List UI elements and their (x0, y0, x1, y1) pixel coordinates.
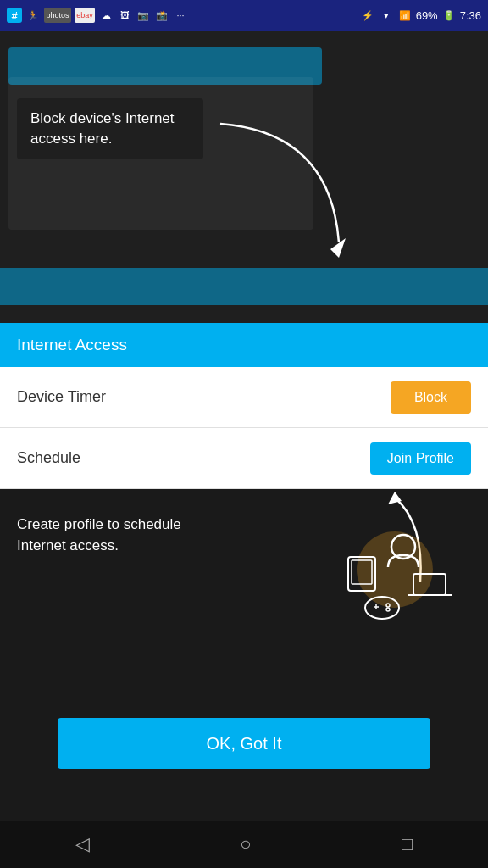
wifi-icon: ▾ (379, 8, 394, 23)
top-background-section: Block device's Internet access here. (0, 31, 488, 323)
run-icon: 🏃 (25, 8, 41, 23)
bottom-section: Create profile to schedule Internet acce… (0, 489, 488, 828)
svg-point-2 (357, 531, 433, 608)
schedule-illustration (319, 506, 454, 642)
home-button[interactable]: ○ (240, 833, 251, 855)
status-bar: # 🏃 photos ebay ☁ 🖼 📷 📸 ··· ⚡ ▾ 📶 69% 🔋 … (0, 0, 488, 31)
internet-access-label: Internet Access (17, 336, 127, 354)
hashtag-icon: # (7, 8, 22, 23)
more-icon: ··· (173, 8, 188, 23)
bluetooth-icon: ⚡ (360, 8, 375, 23)
image-icon: 🖼 (117, 8, 132, 23)
internet-access-bar[interactable]: Internet Access (0, 323, 488, 367)
content-area: Device Timer Block Schedule Join Profile (0, 367, 488, 489)
ok-got-it-button[interactable]: OK, Got It (58, 718, 430, 769)
recents-button[interactable]: □ (402, 833, 413, 855)
ebay-icon: ebay (75, 8, 95, 23)
signal-icon: 📶 (397, 8, 413, 23)
instagram-icon: 📸 (154, 8, 169, 23)
arrow-down-icon (195, 115, 364, 285)
cloud-icon: ☁ (98, 8, 114, 23)
schedule-label: Schedule (17, 449, 80, 467)
join-profile-button[interactable]: Join Profile (370, 442, 471, 475)
tooltip-internet-access-text: Block device's Internet access here. (30, 110, 175, 147)
block-button[interactable]: Block (391, 381, 471, 414)
clock: 7:36 (460, 9, 481, 22)
status-bar-right: ⚡ ▾ 📶 69% 🔋 7:36 (360, 8, 481, 23)
schedule-row: Schedule Join Profile (0, 428, 488, 489)
battery-percent: 69% (416, 9, 438, 22)
camera-icon: 📷 (136, 8, 151, 23)
device-timer-label: Device Timer (17, 388, 106, 406)
svg-point-12 (386, 608, 390, 611)
battery-icon: 🔋 (441, 8, 457, 23)
tooltip-schedule: Create profile to schedule Internet acce… (17, 515, 220, 556)
device-timer-row: Device Timer Block (0, 367, 488, 428)
back-button[interactable]: ◁ (75, 833, 90, 855)
tooltip-internet-access: Block device's Internet access here. (17, 98, 203, 159)
ok-button-container: OK, Got It (58, 718, 430, 769)
tooltip-schedule-text: Create profile to schedule Internet acce… (17, 516, 181, 554)
photos-icon: photos (44, 8, 71, 23)
status-bar-left: # 🏃 photos ebay ☁ 🖼 📷 📸 ··· (7, 8, 188, 23)
bottom-navigation: ◁ ○ □ (0, 821, 488, 868)
